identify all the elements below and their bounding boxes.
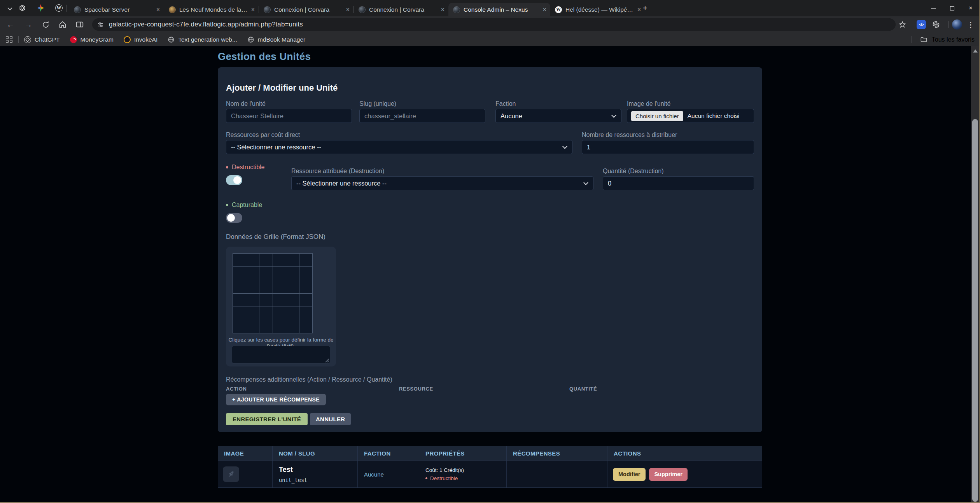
tab-hel-wikipedia[interactable]: W Hel (déesse) — Wikipédia × [550, 3, 645, 16]
grid-cell[interactable] [273, 267, 286, 280]
tab-close-icon[interactable]: × [251, 7, 255, 13]
grid-cell[interactable] [259, 254, 273, 267]
profile-button[interactable] [951, 18, 963, 31]
side-panel-button[interactable] [74, 18, 86, 31]
destruction-resource-select[interactable]: -- Sélectionner une ressource -- [291, 176, 593, 190]
bookmark-mdbook[interactable]: mdBook Manager [247, 36, 305, 43]
tab-close-icon[interactable]: × [441, 7, 444, 13]
extensions-button[interactable] [930, 18, 942, 31]
dev-extension-button[interactable]: </> [915, 18, 928, 31]
grid-cell[interactable] [233, 320, 246, 333]
add-reward-button[interactable]: + AJOUTER UNE RÉCOMPENSE [226, 394, 326, 405]
grid-cell[interactable] [273, 320, 286, 333]
bookmark-text-generation[interactable]: Text generation web... [168, 36, 237, 43]
page-scrollbar[interactable] [971, 46, 979, 503]
bookmark-moneygram[interactable]: MoneyGram [70, 36, 114, 43]
tab-close-icon[interactable]: × [637, 7, 641, 13]
grid-cell[interactable] [286, 307, 299, 320]
unit-slug-input[interactable] [359, 109, 485, 123]
tab-neuf-mondes[interactable]: Les Neuf Mondes de la Mythol... × [164, 3, 259, 16]
tab-console-admin-active[interactable]: Console Admin – Nexus × [448, 3, 550, 16]
pinned-tab-chatgpt[interactable] [19, 4, 26, 12]
scrollbar-thumb[interactable] [972, 119, 978, 502]
grid-cell[interactable] [246, 294, 259, 307]
grid-cell[interactable] [299, 254, 313, 267]
window-minimize-button[interactable] [924, 0, 943, 16]
tab-connexion-corvara-1[interactable]: Connexion | Corvara × [259, 3, 354, 16]
grid-cell[interactable] [286, 254, 299, 267]
apps-grid-icon[interactable] [6, 36, 12, 43]
grid-cell[interactable] [246, 254, 259, 267]
forward-button[interactable]: → [22, 18, 35, 31]
grid-cell[interactable] [259, 280, 273, 293]
grid-cell[interactable] [259, 267, 273, 280]
tab-close-icon[interactable]: × [156, 7, 160, 13]
grid-cell[interactable] [299, 307, 313, 320]
tab-close-icon[interactable]: × [543, 7, 546, 13]
cancel-button[interactable]: ANNULER [310, 413, 351, 425]
browser-menu-button[interactable]: ⋮ [964, 18, 977, 31]
grid-cell[interactable] [286, 267, 299, 280]
grid-json-textarea[interactable] [232, 346, 330, 363]
grid-cell[interactable] [273, 280, 286, 293]
scroll-up-arrow-icon[interactable] [973, 49, 978, 53]
delete-unit-button[interactable]: Supprimer [649, 468, 688, 481]
resize-grip-icon[interactable] [325, 358, 329, 363]
tab-close-icon[interactable]: × [346, 7, 350, 13]
tab-title: Console Admin – Nexus [464, 6, 541, 13]
grid-cell[interactable] [233, 267, 246, 280]
save-unit-button[interactable]: ENREGISTRER L'UNITÉ [226, 413, 308, 425]
new-tab-button[interactable]: + [643, 4, 648, 13]
grid-cell[interactable] [246, 320, 259, 333]
faction-label: Faction [495, 100, 621, 107]
grid-cell[interactable] [273, 294, 286, 307]
bookmark-invokeai[interactable]: InvokeAI [124, 36, 158, 43]
choose-file-button[interactable]: Choisir un fichier [631, 111, 683, 121]
back-button[interactable]: ← [4, 18, 17, 31]
bullet-icon [226, 166, 228, 168]
all-favorites-button[interactable]: Tous les favoris [912, 33, 975, 46]
grid-cell[interactable] [246, 267, 259, 280]
grid-cell[interactable] [246, 280, 259, 293]
grid-cell[interactable] [259, 294, 273, 307]
destructible-toggle[interactable] [226, 175, 242, 185]
home-button[interactable] [56, 18, 69, 31]
window-maximize-button[interactable] [943, 0, 961, 16]
unit-image-file-input[interactable]: Choisir un fichier Aucun fichier choisi [627, 109, 754, 123]
grid-cell[interactable] [233, 280, 246, 293]
tab-spacebar-server[interactable]: Spacebar Server × [69, 3, 164, 16]
pinned-tab-wordpress[interactable]: W [55, 4, 63, 12]
grid-cell[interactable] [299, 320, 313, 333]
unit-name-input[interactable] [226, 109, 352, 123]
grid-cell[interactable] [246, 307, 259, 320]
grid-cell[interactable] [233, 294, 246, 307]
window-close-button[interactable]: × [961, 0, 980, 16]
grid-cell[interactable] [299, 294, 313, 307]
cost-amount-input[interactable] [582, 140, 754, 154]
grid-cell[interactable] [286, 294, 299, 307]
grid-cell[interactable] [299, 280, 313, 293]
address-bar[interactable]: galactic-pve-conquest-c7fe.dev.flatlogic… [92, 18, 896, 31]
grid-cell[interactable] [233, 307, 246, 320]
reload-button[interactable] [39, 18, 52, 31]
bookmark-chatgpt[interactable]: ChatGPT [24, 36, 60, 43]
site-settings-icon[interactable] [97, 21, 104, 28]
grid-cell[interactable] [273, 254, 286, 267]
grid-cell[interactable] [233, 254, 246, 267]
grid-cell[interactable] [273, 307, 286, 320]
cost-resource-select[interactable]: -- Sélectionner une ressource -- [226, 140, 572, 154]
grid-cell[interactable] [299, 267, 313, 280]
grid-cell[interactable] [286, 320, 299, 333]
grid-cell[interactable] [259, 307, 273, 320]
edit-unit-button[interactable]: Modifier [613, 468, 646, 481]
capturable-toggle[interactable] [226, 213, 242, 223]
col-image: IMAGE [218, 446, 273, 461]
tab-connexion-corvara-2[interactable]: Connexion | Corvara × [354, 3, 448, 16]
bookmark-star-button[interactable] [896, 18, 908, 31]
pinned-tab-gemini[interactable] [37, 4, 44, 12]
destruction-quantity-input[interactable] [603, 176, 754, 190]
grid-cell[interactable] [286, 280, 299, 293]
faction-select[interactable]: Aucune [495, 109, 621, 123]
grid-cell[interactable] [259, 320, 273, 333]
tab-search-button[interactable] [5, 5, 14, 12]
